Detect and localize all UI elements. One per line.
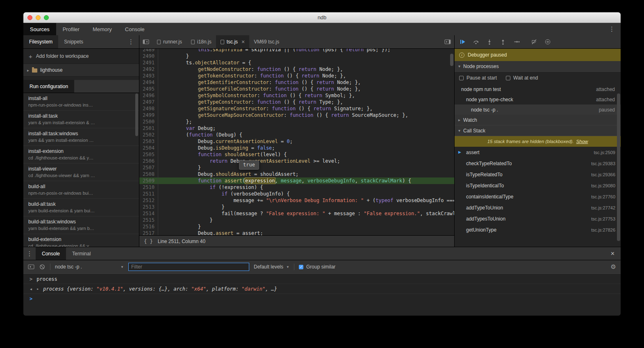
code-line[interactable]: 2501 var Debug; [139, 125, 454, 132]
line-number[interactable]: 2506 [139, 158, 158, 164]
code-editor[interactable]: 2489 this.skipTrivia = skipTrivia || (fu… [139, 49, 454, 235]
step-button[interactable] [513, 39, 520, 45]
right-panel-scrollbar-thumb[interactable] [617, 93, 620, 241]
zoom-window-button[interactable] [44, 15, 49, 20]
section-watch[interactable]: ▸ Watch [455, 115, 621, 125]
stack-frame-assert[interactable]: ▶asserttsc.js:2509 [455, 147, 621, 158]
drawer-tab-terminal[interactable]: Terminal [66, 247, 97, 260]
clear-console-icon[interactable] [39, 264, 46, 270]
code-line[interactable]: 2515 } [139, 217, 454, 223]
editor-tab-runner-js[interactable]: runner.js [152, 35, 187, 48]
line-number[interactable]: 2490 [139, 53, 158, 59]
stack-frame-checktyperelatedto[interactable]: checkTypeRelatedTotsc.js:29383 [455, 158, 621, 169]
code-line[interactable]: 2510 if (!expression) { [139, 184, 454, 191]
code-line[interactable]: 2491 ts.objectAllocator = { [139, 59, 454, 66]
code-line[interactable]: 2505 function shouldAssert(level) { [139, 151, 454, 158]
sidebar-tab-filesystem[interactable]: Filesystem [23, 35, 58, 48]
checkbox-wait-at-end[interactable]: Wait at end [506, 75, 538, 81]
console-message-input[interactable]: > process [23, 274, 621, 284]
console-prompt[interactable]: > [23, 294, 621, 304]
line-number[interactable]: 2514 [139, 210, 158, 217]
tree-item-lighthouse[interactable]: ▸ lighthouse [23, 64, 139, 77]
toggle-debugger-sidebar-icon[interactable] [441, 35, 454, 48]
line-number[interactable]: 2495 [139, 86, 158, 92]
checkbox-box[interactable] [506, 76, 510, 80]
line-number[interactable]: 2509 [139, 177, 158, 184]
frame-location[interactable]: tsc.js:29366 [591, 172, 615, 177]
line-number[interactable]: 2499 [139, 112, 158, 118]
line-number[interactable]: 2505 [139, 151, 158, 158]
frame-location[interactable]: tsc.js:27826 [591, 227, 615, 232]
code-line[interactable]: 2493 getTokenConstructor: function () { … [139, 73, 454, 79]
line-number[interactable]: 2489 [139, 49, 158, 53]
group-similar-checkbox[interactable]: Group similar [299, 264, 335, 270]
frame-location[interactable]: tsc.js:29383 [591, 161, 615, 166]
line-number[interactable]: 2492 [139, 66, 158, 73]
stack-frame-addtypestounion[interactable]: addTypesToUniontsc.js:27753 [455, 213, 621, 224]
code-line[interactable]: 2499 getSourceMapSourceConstructor: func… [139, 112, 454, 118]
toggle-navigator-icon[interactable] [139, 35, 152, 48]
checkbox-box[interactable] [299, 265, 303, 269]
code-line[interactable]: 2495 getSourceFileConstructor: function … [139, 86, 454, 92]
sidebar-scrollbar-thumb[interactable] [135, 93, 138, 136]
line-number[interactable]: 2496 [139, 92, 158, 99]
stack-frame-getuniontype[interactable]: getUnionTypetsc.js:27826 [455, 224, 621, 235]
console-settings-gear-icon[interactable]: ⚙ [611, 263, 616, 271]
code-line[interactable]: 2512 message += "\r\nVerbose Debug Infor… [139, 197, 454, 204]
section-call-stack[interactable]: ▾ Call Stack [455, 125, 621, 136]
code-line[interactable]: 2496 getSymbolConstructor: function () {… [139, 92, 454, 99]
expand-triangle-icon[interactable]: ▸ [36, 287, 39, 291]
frame-location[interactable]: tsc.js:27753 [591, 216, 615, 221]
step-over-button[interactable] [473, 39, 479, 45]
stack-frame-istypeidenticalto[interactable]: isTypeIdenticalTotsc.js:29080 [455, 180, 621, 191]
line-number[interactable]: 2494 [139, 79, 158, 86]
line-number[interactable]: 2510 [139, 184, 158, 191]
deactivate-breakpoints-button[interactable] [531, 39, 537, 45]
pretty-print-button[interactable]: { } [144, 239, 153, 244]
close-drawer-icon[interactable]: × [605, 247, 621, 260]
main-tab-memory[interactable]: Memory [86, 23, 118, 35]
line-number[interactable]: 2517 [139, 230, 158, 235]
more-options-icon[interactable]: ⋮ [603, 23, 621, 35]
code-line[interactable]: 2511 if (verboseDebugInfo) { [139, 191, 454, 197]
sidebar-tab-snippets[interactable]: Snippets [58, 35, 89, 48]
line-number[interactable]: 2513 [139, 204, 158, 210]
line-number[interactable]: 2507 [139, 164, 158, 171]
main-tab-console[interactable]: Console [118, 23, 151, 35]
checkbox-box[interactable] [459, 76, 464, 80]
run-config-item-install-all-task[interactable]: install-all:taskyarn & yarn install-exte… [23, 111, 139, 128]
line-number[interactable]: 2511 [139, 191, 158, 197]
code-line[interactable]: 2490 } [139, 53, 454, 59]
stack-frame-addtypetounion[interactable]: addTypeToUniontsc.js:27742 [455, 202, 621, 213]
drawer-menu-icon[interactable]: ⋮ [23, 247, 36, 260]
close-tab-icon[interactable]: × [241, 39, 245, 45]
code-line[interactable]: 2513 } [139, 204, 454, 210]
code-line[interactable]: 2502 (function (Debug) { [139, 132, 454, 138]
code-line[interactable]: 2516 } [139, 223, 454, 230]
editor-scrollbar-thumb[interactable] [450, 54, 453, 66]
line-number[interactable]: 2512 [139, 197, 158, 204]
line-number[interactable]: 2502 [139, 132, 158, 138]
run-config-item-install-viewer[interactable]: install-viewercd ./lighthouse-viewer && … [23, 164, 139, 181]
section-node-processes[interactable]: ▾ Node processes [455, 61, 621, 72]
line-number[interactable]: 2503 [139, 138, 158, 145]
run-config-item-build-all[interactable]: build-allnpm-run-posix-or-windows bui… [23, 181, 139, 199]
checkbox-pause-at-start[interactable]: Pause at start [459, 75, 497, 81]
console-sidebar-toggle-icon[interactable] [28, 264, 34, 270]
show-blackboxed-link[interactable]: Show [576, 139, 588, 144]
minimize-window-button[interactable] [36, 15, 41, 20]
frame-location[interactable]: tsc.js:27742 [591, 205, 615, 210]
editor-tab-tsc-js[interactable]: tsc.js× [216, 35, 250, 48]
stack-frame-istyperelatedto[interactable]: isTypeRelatedTotsc.js:29366 [455, 169, 621, 180]
pause-on-exceptions-button[interactable] [544, 39, 551, 45]
tab-run-configuration[interactable]: Run configuration [23, 80, 74, 93]
line-number[interactable]: 2491 [139, 59, 158, 66]
line-number[interactable]: 2500 [139, 118, 158, 125]
line-number[interactable]: 2498 [139, 105, 158, 112]
process-row-node-npm-run-test[interactable]: node npm run testattached [455, 84, 621, 94]
frame-location[interactable]: tsc.js:2509 [594, 150, 615, 155]
evaluated-token[interactable]: expression [245, 178, 275, 184]
frame-location[interactable]: tsc.js:29080 [591, 183, 615, 188]
editor-tab-vm69-tsc-js[interactable]: VM69 tsc.js [249, 35, 284, 48]
main-tab-profiler[interactable]: Profiler [56, 23, 86, 35]
